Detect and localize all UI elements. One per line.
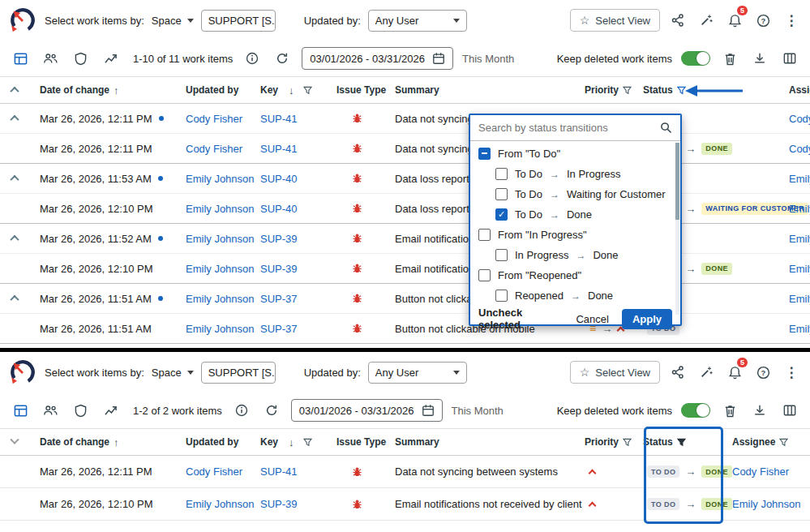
issue-key-link[interactable]: SUP-39 (258, 233, 334, 245)
issue-key-link[interactable]: SUP-40 (258, 203, 334, 215)
row-expand-button[interactable] (0, 175, 29, 182)
filter-option-todo-waiting[interactable]: To Do → Waiting for Customer (470, 184, 680, 204)
user-dropdown[interactable]: Any User (368, 362, 467, 384)
filter-option-from-todo[interactable]: From "To Do" (470, 144, 680, 164)
sort-desc-icon[interactable]: ↓ (289, 436, 294, 448)
magic-wand-button[interactable] (696, 10, 717, 31)
refresh-button[interactable] (261, 400, 282, 421)
cancel-button[interactable]: Cancel (576, 313, 608, 325)
table-row[interactable]: Mar 26, 2026, 11:53 AM Emily Johnson SUP… (0, 164, 810, 194)
updated-by-link[interactable]: Cody Fisher (183, 143, 258, 155)
col-header-updated-by[interactable]: Updated by (183, 436, 258, 448)
assignee-link[interactable]: Cody Fisher (786, 113, 810, 125)
col-header-key[interactable]: Key↓ (258, 436, 334, 448)
project-dropdown[interactable]: SUPPORT [S... (201, 362, 276, 384)
columns-button[interactable] (779, 48, 800, 69)
filter-option-todo-inprogress[interactable]: To Do → In Progress (470, 164, 680, 184)
col-header-priority[interactable]: Priority (582, 84, 641, 96)
export-button[interactable] (749, 48, 770, 69)
updated-by-link[interactable]: Cody Fisher (183, 466, 258, 478)
issue-key-link[interactable]: SUP-39 (258, 263, 334, 275)
overflow-menu-button[interactable]: ⋮ (781, 362, 802, 383)
sort-desc-icon[interactable]: ↓ (289, 84, 294, 97)
share-button[interactable] (667, 362, 688, 383)
row-expand-button[interactable] (0, 295, 29, 302)
table-row[interactable]: Mar 26, 2026, 12:11 PM Cody Fisher SUP-4… (0, 456, 810, 488)
issue-key-link[interactable]: SUP-41 (258, 143, 334, 155)
users-view-button[interactable] (40, 400, 61, 421)
info-button[interactable] (231, 400, 252, 421)
table-row[interactable]: Mar 26, 2026, 11:51 AM Emily Johnson SUP… (0, 284, 810, 314)
info-button[interactable] (242, 48, 263, 69)
delete-button[interactable] (719, 48, 740, 69)
col-header-updated-by[interactable]: Updated by (183, 84, 258, 96)
help-button[interactable]: ? (752, 362, 774, 383)
checkbox-unchecked-icon[interactable] (478, 269, 491, 281)
project-dropdown[interactable]: SUPPORT [S... (201, 10, 276, 32)
users-view-button[interactable] (40, 48, 61, 69)
overflow-menu-button[interactable]: ⋮ (781, 10, 802, 31)
chart-view-button[interactable] (100, 400, 121, 421)
status-search-input[interactable]: Search by status transitions (470, 115, 680, 141)
export-button[interactable] (749, 400, 770, 421)
filter-option-inprogress-done[interactable]: In Progress → Done (470, 245, 680, 265)
checkbox-unchecked-icon[interactable] (495, 168, 508, 180)
table-row[interactable]: Mar 26, 2026, 12:11 PM Cody Fisher SUP-4… (0, 134, 810, 164)
table-row[interactable]: Mar 26, 2026, 11:51 AM Emily Johnson SUP… (0, 314, 810, 344)
row-expand-button[interactable] (0, 115, 29, 122)
issue-key-link[interactable]: SUP-39 (258, 498, 334, 510)
updated-by-link[interactable]: Cody Fisher (183, 113, 258, 125)
select-view-button[interactable]: ☆ Select View (570, 361, 660, 384)
assignee-link[interactable]: Emily Johnson (786, 263, 810, 275)
filter-option-from-inprogress[interactable]: From "In Progress" (470, 225, 680, 245)
col-header-summary[interactable]: Summary (392, 436, 582, 448)
assignee-link[interactable]: Emily Johnson (730, 498, 810, 510)
updated-by-link[interactable]: Emily Johnson (183, 203, 258, 215)
checkbox-unchecked-icon[interactable] (495, 249, 508, 261)
updated-by-link[interactable]: Emily Johnson (183, 263, 258, 275)
row-expand-button[interactable] (0, 235, 29, 242)
updated-by-link[interactable]: Emily Johnson (183, 323, 258, 335)
filter-option-todo-done[interactable]: To Do → Done (470, 204, 680, 225)
col-header-date[interactable]: Date of change↑ (29, 84, 183, 97)
table-row[interactable]: Mar 26, 2026, 12:10 PM Emily Johnson SUP… (0, 488, 810, 521)
space-dropdown[interactable]: Space (152, 15, 194, 27)
table-row[interactable]: Mar 26, 2026, 12:10 PM Emily Johnson SUP… (0, 254, 810, 284)
sort-asc-icon[interactable]: ↑ (114, 84, 119, 97)
notifications-button[interactable]: 5 (724, 10, 745, 31)
filter-icon[interactable] (303, 438, 312, 447)
collapse-all-button[interactable] (0, 439, 29, 445)
assignee-link[interactable]: Cody Fisher (730, 466, 810, 478)
table-row[interactable]: Mar 26, 2026, 12:11 PM Cody Fisher SUP-4… (0, 104, 810, 134)
user-dropdown[interactable]: Any User (368, 10, 467, 32)
chart-view-button[interactable] (100, 48, 121, 69)
filter-icon[interactable] (303, 86, 312, 95)
checkbox-indeterminate-icon[interactable] (478, 148, 491, 160)
assignee-link[interactable]: Emily Johnson (786, 323, 810, 335)
uncheck-selected-button[interactable]: Uncheck selected (478, 307, 563, 331)
permissions-view-button[interactable] (70, 48, 91, 69)
col-header-key[interactable]: Key↓ (258, 84, 334, 97)
col-header-issue-type[interactable]: Issue Type (334, 84, 392, 96)
columns-button[interactable] (779, 400, 800, 421)
delete-button[interactable] (719, 400, 740, 421)
checkbox-unchecked-icon[interactable] (478, 229, 491, 241)
issue-key-link[interactable]: SUP-37 (258, 293, 334, 305)
filter-icon[interactable] (623, 438, 632, 447)
updated-by-link[interactable]: Emily Johnson (183, 293, 258, 305)
date-range-input[interactable]: 03/01/2026 - 03/31/2026 (302, 47, 453, 70)
updated-by-link[interactable]: Emily Johnson (183, 498, 258, 510)
issue-key-link[interactable]: SUP-41 (258, 113, 334, 125)
select-view-button[interactable]: ☆ Select View (570, 9, 660, 32)
issue-key-link[interactable]: SUP-37 (258, 323, 334, 335)
filter-active-icon[interactable] (677, 438, 686, 447)
notifications-button[interactable]: 5 (724, 362, 745, 383)
assignee-link[interactable]: Cody Fisher (786, 143, 810, 155)
issue-key-link[interactable]: SUP-41 (258, 466, 334, 478)
checkbox-checked-icon[interactable] (495, 208, 508, 221)
keep-deleted-toggle[interactable] (681, 403, 710, 418)
permissions-view-button[interactable] (70, 400, 91, 421)
filter-icon[interactable] (779, 438, 788, 447)
assignee-link[interactable]: Emily Johnson (786, 203, 810, 215)
sort-asc-icon[interactable]: ↑ (114, 436, 119, 448)
